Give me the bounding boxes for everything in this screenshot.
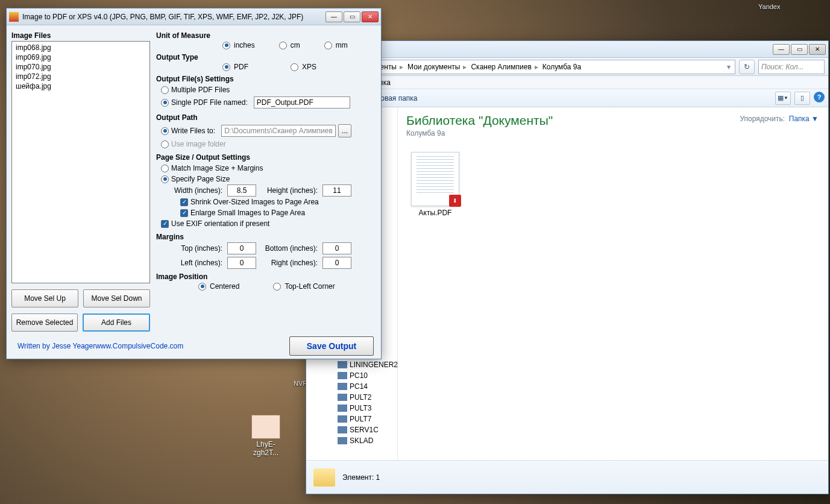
margin-right-input[interactable] [322,257,351,269]
move-up-button[interactable]: Move Sel Up [11,289,78,307]
breadcrumb-seg[interactable]: Сканер Алимпиев [471,63,531,71]
list-item[interactable]: imp072.jpg [14,72,147,81]
view-mode-button[interactable]: ▦ ▼ [775,92,791,105]
add-files-button[interactable]: Add Files [83,313,150,332]
computer-icon [338,405,347,412]
app-title: Image to PDF or XPS v4.0 (JPG, PNG, BMP,… [22,13,325,21]
explorer-menu: ид Сервис Справка [306,76,828,89]
height-label: Height (inches): [261,186,318,195]
enlarge-check[interactable] [180,209,188,217]
computer-icon [338,372,347,379]
match-size-radio[interactable] [161,165,169,172]
preview-pane-button[interactable]: ▯ [794,92,810,105]
tree-item[interactable]: PULT7 [325,414,399,424]
computer-icon [338,394,347,401]
pdf-thumbnail: ⬇ [411,152,459,206]
explorer-statusbar: Элемент: 1 [306,460,828,494]
close-button[interactable]: ✕ [362,11,379,22]
image-position-label: Image Position [156,272,376,281]
centered-radio[interactable] [198,283,206,291]
pdf-badge-icon: ⬇ [449,195,461,207]
breadcrumb-seg[interactable]: Колумба 9а [542,63,581,71]
list-item[interactable]: шейфа.jpg [14,81,147,91]
margin-left-label: Left (inches): [172,259,222,267]
file-name-label: Акты.PDF [406,209,464,217]
search-input[interactable]: Поиск: Кол... [758,60,825,74]
tree-item[interactable]: SERV1C [325,424,399,435]
computer-icon [338,415,347,423]
tree-item[interactable]: PC14 [325,381,399,392]
type-pdf-radio[interactable] [222,63,230,71]
unit-cm-radio[interactable] [279,42,287,49]
minimize-button[interactable]: — [325,11,342,22]
save-output-button[interactable]: Save Output [289,336,374,356]
unit-mm-radio[interactable] [324,42,332,49]
maximize-button[interactable]: ▭ [344,11,360,22]
unit-inches-radio[interactable] [222,42,230,49]
move-down-button[interactable]: Move Sel Down [83,289,150,307]
remove-selected-button[interactable]: Remove Selected [11,313,78,332]
arrange-by[interactable]: Упорядочить: Папка ▼ [740,115,819,123]
type-xps-radio[interactable] [291,63,298,71]
minimize-button[interactable]: — [773,44,790,55]
explorer-content-pane[interactable]: Библиотека "Документы" Колумба 9а Упоряд… [398,107,828,460]
status-text: Элемент: 1 [342,473,380,482]
toolbar-new-folder[interactable]: Новая папка [376,94,418,102]
refresh-button[interactable]: ↻ [739,60,755,74]
margin-top-input[interactable] [227,242,256,254]
margins-label: Margins [156,233,376,241]
folder-icon [313,468,335,487]
explorer-nav-row: иблиотеки▸ Документы▸ Мои документы▸ Ска… [306,58,828,76]
desktop-shortcut-yandex[interactable]: Yandex [758,3,781,10]
page-width-input[interactable] [227,184,256,197]
desktop-file-icon[interactable]: LhyE-zgh2T... [247,415,285,457]
tree-item[interactable]: LININGENER2 [325,359,399,370]
list-item[interactable]: imp070.jpg [14,62,147,72]
shrink-check[interactable] [180,198,188,206]
explorer-toolbar: Общий доступ ▼ Новая папка ▦ ▼ ▯ ? [306,89,828,107]
image-files-list[interactable]: imp068.jpg imp069.jpg imp070.jpg imp072.… [11,41,150,283]
breadcrumb-seg[interactable]: Мои документы [407,63,460,71]
library-subtitle: Колумба 9а [406,129,820,137]
site-link[interactable]: www.CompulsiveCode.com [95,342,183,350]
output-path-input[interactable] [221,125,336,137]
margin-bottom-input[interactable] [322,242,351,254]
specify-size-radio[interactable] [161,175,169,183]
computer-icon [338,361,347,368]
computer-icon [338,383,347,390]
author-link[interactable]: Written by Jesse Yeager [17,342,95,350]
output-files-label: Output File(s) Settings [156,75,376,83]
app-icon [9,12,19,22]
margin-left-input[interactable] [227,257,256,269]
close-button[interactable]: ✕ [809,44,826,55]
output-path-label: Output Path [156,113,376,122]
top-left-radio[interactable] [273,283,281,291]
tree-overflow: LININGENER2 PC10 PC14 PULT2 PULT3 PULT7 … [325,359,399,446]
desktop-file-label: LhyE-zgh2T... [247,440,285,457]
file-thumbnail [251,415,280,439]
multi-pdf-radio[interactable] [161,86,169,94]
tree-item[interactable]: PC10 [325,370,399,381]
tree-item[interactable]: SKLAD [325,435,399,446]
computer-icon [338,437,347,444]
explorer-titlebar[interactable]: — ▭ ✕ [306,41,828,58]
app-titlebar[interactable]: Image to PDF or XPS v4.0 (JPG, PNG, BMP,… [7,8,381,25]
help-button[interactable]: ? [814,92,825,102]
list-item[interactable]: imp069.jpg [14,52,147,62]
file-item[interactable]: ⬇ Акты.PDF [406,152,464,217]
use-image-folder-radio[interactable] [161,140,169,148]
tree-item[interactable]: PULT2 [325,392,399,403]
browse-button[interactable]: ... [338,124,351,137]
page-height-input[interactable] [322,184,351,197]
unit-label: Unit of Measure [156,31,376,40]
single-pdf-radio[interactable] [161,99,169,107]
tree-item[interactable]: PULT3 [325,403,399,414]
maximize-button[interactable]: ▭ [791,44,808,55]
computer-icon [338,426,347,433]
single-pdf-name-input[interactable] [254,96,350,109]
list-item[interactable]: imp068.jpg [14,43,147,52]
write-files-radio[interactable] [161,127,169,135]
output-type-label: Output Type [156,53,376,61]
exif-check[interactable] [161,220,169,228]
breadcrumb-dropdown-icon[interactable]: ▾ [725,63,732,71]
